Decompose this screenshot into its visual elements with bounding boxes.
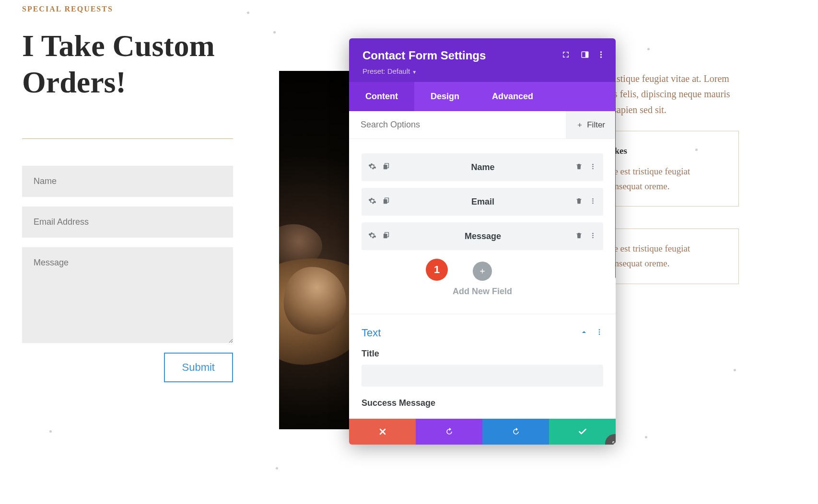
svg-rect-1 (585, 52, 588, 57)
expand-icon[interactable] (561, 50, 570, 61)
svg-point-19 (592, 237, 594, 238)
title-option-label: Title (362, 349, 603, 359)
search-row: Filter (349, 111, 616, 139)
gear-icon[interactable] (368, 197, 376, 207)
field-row[interactable]: Email (362, 188, 603, 216)
svg-rect-15 (384, 233, 387, 238)
more-icon[interactable] (600, 50, 602, 61)
eyebrow: SPECIAL REQUESTS (22, 5, 233, 13)
svg-point-21 (599, 332, 600, 333)
more-icon[interactable] (589, 232, 596, 241)
svg-point-13 (592, 200, 594, 202)
svg-point-7 (592, 163, 594, 165)
card: akes ce est tristique feugiat onsequat o… (595, 131, 739, 206)
svg-point-18 (592, 235, 594, 236)
svg-point-12 (592, 198, 594, 199)
card-title: akes (610, 144, 724, 159)
tab-advanced[interactable]: Advanced (476, 82, 549, 111)
section-title[interactable]: Text (362, 327, 381, 339)
svg-point-2 (600, 51, 602, 53)
preset-selector[interactable]: Preset: Default▼ (362, 67, 602, 75)
annotation-badge: 1 (426, 259, 448, 281)
card: ce est tristique feugiat onsequat oreme. (595, 229, 739, 284)
gear-icon[interactable] (368, 162, 376, 172)
plus-icon (479, 267, 486, 275)
field-name: Name (390, 162, 575, 172)
add-field-button[interactable] (473, 262, 492, 281)
trash-icon[interactable] (575, 232, 583, 241)
plus-icon (576, 122, 583, 128)
add-field-label: Add New Field (362, 286, 603, 297)
field-name: Email (390, 197, 575, 207)
close-icon (378, 427, 387, 436)
panel-header: Contact Form Settings Preset: Default▼ (349, 38, 616, 82)
add-field: 1 Add New Field (362, 262, 603, 297)
redo-icon (511, 427, 521, 436)
submit-button[interactable]: Submit (164, 353, 233, 382)
undo-icon (444, 427, 454, 436)
card-body: ce est tristique feugiat onsequat oreme. (610, 164, 724, 194)
page-right-column: est tristique feugiat vitae at. Lorem le… (595, 71, 739, 284)
snap-icon[interactable] (581, 50, 589, 61)
panel-tabs: Content Design Advanced (349, 82, 616, 111)
more-icon[interactable] (596, 328, 603, 338)
field-row[interactable]: Message (362, 222, 603, 250)
duplicate-icon[interactable] (382, 231, 390, 241)
chevron-up-icon[interactable] (580, 328, 588, 338)
trash-icon[interactable] (575, 197, 583, 206)
svg-point-8 (592, 166, 594, 167)
search-input[interactable] (349, 111, 566, 138)
undo-button[interactable] (416, 419, 482, 445)
cancel-button[interactable] (349, 419, 416, 445)
svg-point-22 (599, 333, 600, 335)
svg-point-3 (600, 54, 602, 55)
duplicate-icon[interactable] (382, 197, 390, 207)
field-name: Message (390, 231, 575, 241)
resize-icon (610, 439, 616, 445)
svg-point-4 (600, 57, 602, 58)
svg-point-9 (592, 168, 594, 169)
svg-point-14 (592, 202, 594, 204)
message-field[interactable] (22, 247, 233, 343)
svg-rect-5 (384, 164, 387, 169)
tab-content[interactable]: Content (349, 82, 414, 111)
success-message-label: Success Message (362, 398, 603, 408)
svg-point-17 (592, 232, 594, 234)
svg-point-20 (599, 329, 600, 331)
trash-icon[interactable] (575, 163, 583, 172)
contact-form: Submit (22, 166, 233, 382)
page-headline: I Take Custom Orders! (22, 28, 233, 100)
panel-title: Contact Form Settings (362, 49, 486, 62)
name-field[interactable] (22, 166, 233, 197)
tab-design[interactable]: Design (414, 82, 476, 111)
divider (22, 138, 233, 139)
check-icon (578, 427, 587, 436)
filter-button[interactable]: Filter (566, 111, 616, 138)
email-field[interactable] (22, 206, 233, 238)
field-row[interactable]: Name (362, 153, 603, 181)
section-text: Text (362, 327, 603, 339)
panel-body: Name Email Message (349, 139, 616, 419)
settings-panel: Contact Form Settings Preset: Default▼ C… (349, 38, 616, 445)
redo-button[interactable] (482, 419, 549, 445)
more-icon[interactable] (589, 163, 596, 172)
card-body: ce est tristique feugiat onsequat oreme. (610, 241, 724, 271)
right-paragraph: est tristique feugiat vitae at. Lorem le… (595, 71, 739, 117)
gear-icon[interactable] (368, 231, 376, 241)
duplicate-icon[interactable] (382, 162, 390, 172)
panel-footer (349, 419, 616, 445)
svg-rect-10 (384, 199, 387, 203)
title-option-input[interactable] (362, 365, 603, 387)
more-icon[interactable] (589, 197, 596, 206)
page-left-column: SPECIAL REQUESTS I Take Custom Orders! S… (22, 5, 233, 382)
